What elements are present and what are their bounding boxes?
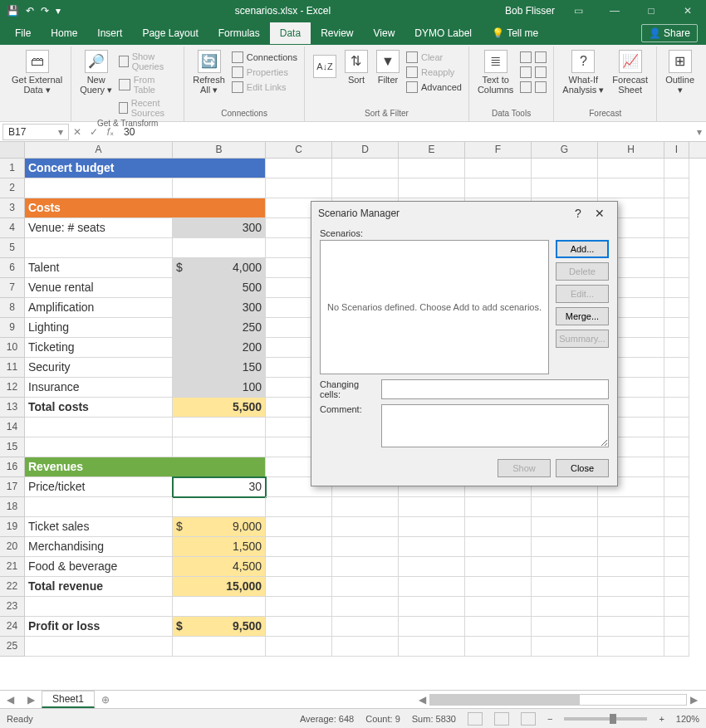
cell-G2[interactable] (532, 178, 598, 198)
col-header-H[interactable]: H (598, 142, 664, 158)
cell-E21[interactable] (399, 557, 465, 577)
cell-A15[interactable] (25, 437, 173, 457)
ribbon-options-icon[interactable]: ▭ (560, 0, 596, 22)
cell-G20[interactable] (532, 537, 598, 557)
cell-B23[interactable] (173, 597, 266, 617)
maximize-icon[interactable]: □ (633, 0, 669, 22)
cell-H23[interactable] (598, 597, 664, 617)
edit-links-button[interactable]: Edit Links (230, 81, 299, 94)
cell-C24[interactable] (266, 617, 332, 637)
cell-D22[interactable] (332, 577, 399, 597)
cell-I21[interactable] (664, 557, 689, 577)
cell-B18[interactable] (173, 497, 266, 517)
cell-E23[interactable] (399, 597, 465, 617)
cell-A8[interactable]: Amplification (25, 298, 173, 318)
cell-C23[interactable] (266, 597, 332, 617)
cell-B11[interactable]: 150 (173, 358, 266, 378)
cell-B14[interactable] (173, 418, 266, 437)
tab-view[interactable]: View (364, 22, 405, 44)
cell-B22[interactable]: 15,000 (173, 577, 266, 597)
add-sheet-icon[interactable]: ⊕ (95, 694, 116, 706)
row-header-15[interactable]: 15 (0, 437, 25, 457)
row-header-16[interactable]: 16 (0, 457, 25, 477)
cell-B10[interactable]: 200 (173, 338, 266, 358)
horizontal-scrollbar[interactable]: ◀ ▶ (116, 694, 706, 706)
cell-A18[interactable] (25, 497, 173, 517)
cell-H24[interactable] (598, 617, 664, 637)
normal-view-icon[interactable] (468, 712, 483, 726)
cell-A6[interactable]: Talent (25, 258, 173, 278)
cell-A10[interactable]: Ticketing (25, 338, 173, 358)
filter-button[interactable]: ▼Filter (373, 48, 403, 86)
cell-G18[interactable] (532, 497, 598, 517)
cell-B2[interactable] (173, 178, 266, 198)
cell-A3[interactable]: Costs (25, 198, 266, 218)
row-header-23[interactable]: 23 (0, 597, 25, 617)
comment-input[interactable] (381, 404, 609, 447)
cell-C19[interactable] (266, 517, 332, 537)
save-icon[interactable]: 💾 (7, 5, 19, 17)
cell-I19[interactable] (664, 517, 689, 537)
cell-B6[interactable]: $4,000 (173, 258, 266, 278)
cell-B21[interactable]: 4,500 (173, 557, 266, 577)
cell-F24[interactable] (465, 617, 532, 637)
cell-E18[interactable] (399, 497, 465, 517)
row-header-19[interactable]: 19 (0, 517, 25, 537)
cell-I2[interactable] (664, 178, 689, 198)
cell-H1[interactable] (598, 159, 664, 178)
row-header-13[interactable]: 13 (0, 398, 25, 418)
cell-I25[interactable] (664, 637, 689, 657)
cell-H22[interactable] (598, 577, 664, 597)
cell-D20[interactable] (332, 537, 399, 557)
connections-button[interactable]: Connections (230, 51, 299, 64)
cell-I9[interactable] (664, 318, 689, 338)
formula-input[interactable]: 30 (119, 126, 693, 138)
tab-insert[interactable]: Insert (87, 22, 132, 44)
cell-A4[interactable]: Venue: # seats (25, 218, 173, 238)
from-table-button[interactable]: From Table (117, 74, 179, 95)
text-to-columns-button[interactable]: ≣Text to Columns (474, 48, 517, 96)
cell-F2[interactable] (465, 178, 532, 198)
what-if-button[interactable]: ?What-If Analysis ▾ (559, 48, 607, 96)
cell-A22[interactable]: Total revenue (25, 577, 173, 597)
tab-home[interactable]: Home (41, 22, 87, 44)
cell-E20[interactable] (399, 537, 465, 557)
tab-dymo[interactable]: DYMO Label (404, 22, 482, 44)
cell-A16[interactable]: Revenues (25, 457, 266, 477)
row-header-17[interactable]: 17 (0, 477, 25, 497)
cell-A20[interactable]: Merchandising (25, 537, 173, 557)
cell-B7[interactable]: 500 (173, 278, 266, 298)
cell-G22[interactable] (532, 577, 598, 597)
merge-scenario-button[interactable]: Merge... (556, 307, 609, 325)
col-header-I[interactable]: I (664, 142, 689, 158)
cell-D19[interactable] (332, 517, 399, 537)
cell-I8[interactable] (664, 298, 689, 318)
refresh-all-button[interactable]: 🔄Refresh All ▾ (189, 48, 228, 96)
row-header-2[interactable]: 2 (0, 178, 25, 198)
cell-I13[interactable] (664, 398, 689, 418)
sheet-nav-prev-icon[interactable]: ◀ (0, 694, 21, 706)
row-header-20[interactable]: 20 (0, 537, 25, 557)
undo-icon[interactable]: ↶ (26, 5, 34, 17)
cell-B13[interactable]: 5,500 (173, 398, 266, 418)
dialog-help-icon[interactable]: ? (567, 207, 589, 220)
cell-C1[interactable] (266, 159, 332, 178)
cell-C25[interactable] (266, 637, 332, 657)
cell-G24[interactable] (532, 617, 598, 637)
cell-F22[interactable] (465, 577, 532, 597)
cell-H25[interactable] (598, 637, 664, 657)
cell-F1[interactable] (465, 159, 532, 178)
recent-sources-button[interactable]: Recent Sources (117, 97, 179, 119)
cell-A19[interactable]: Ticket sales (25, 517, 173, 537)
row-header-10[interactable]: 10 (0, 338, 25, 358)
cell-D24[interactable] (332, 617, 399, 637)
cell-I23[interactable] (664, 597, 689, 617)
cell-G21[interactable] (532, 557, 598, 577)
cell-I7[interactable] (664, 278, 689, 298)
enter-formula-icon[interactable]: ✓ (86, 126, 102, 138)
name-box[interactable]: B17▾ (2, 124, 69, 140)
cell-I12[interactable] (664, 378, 689, 398)
sort-button[interactable]: ⇅Sort (341, 48, 371, 86)
get-external-data-button[interactable]: 🗃Get External Data ▾ (8, 48, 66, 96)
row-header-9[interactable]: 9 (0, 318, 25, 338)
